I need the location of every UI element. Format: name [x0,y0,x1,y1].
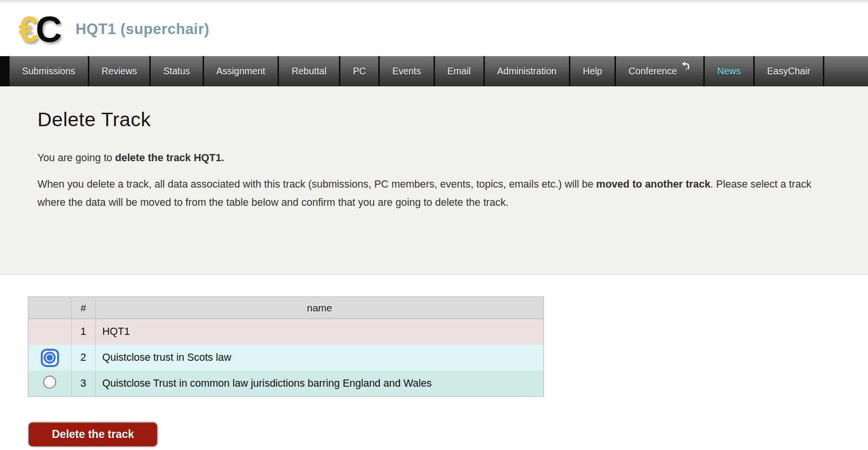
page-title: Delete Track [37,108,839,131]
navbar-filler [824,56,868,86]
radio-column-header [28,297,72,319]
track-table-section: # name 1 HQT1 2 Quistclose trust in Scot… [0,275,868,397]
nav-item-submissions[interactable]: Submissions [10,56,88,86]
explanation-paragraph: When you delete a track, all data associ… [37,176,839,212]
nav-item-reviews[interactable]: Reviews [89,56,150,86]
table-row-current-track: 1 HQT1 [28,319,544,345]
table-header-row: # name [28,297,544,319]
radio-selected[interactable] [41,349,59,367]
moved-bold-text: moved to another track [596,178,711,190]
track-name: Quistclose trust in Scots law [96,345,544,371]
easychair-logo: €C [18,11,59,47]
logo-e-glyph: € [18,9,36,49]
nav-item-help[interactable]: Help [570,56,615,86]
table-row-track-2[interactable]: 2 Quistclose trust in Scots law [28,345,544,371]
table-row-track-3[interactable]: 3 Quistclose Trust in common law jurisdi… [28,371,544,397]
return-arrow-icon [679,61,691,74]
name-column-header: name [96,297,544,319]
track-number: 3 [72,371,96,397]
nav-item-news[interactable]: News [705,56,753,86]
track-table: # name 1 HQT1 2 Quistclose trust in Scot… [28,296,544,397]
track-number: 1 [72,319,96,345]
radio-cell-empty [28,319,72,345]
intro-sentence: You are going to delete the track HQT1. [37,152,839,164]
nav-item-assignment[interactable]: Assignment [204,56,278,86]
nav-item-status[interactable]: Status [151,56,202,86]
nav-item-email[interactable]: Email [435,56,483,86]
track-number: 2 [72,345,96,371]
nav-item-events[interactable]: Events [380,56,434,86]
app-header: €C HQT1 (superchair) [0,2,868,56]
track-name: Quistclose Trust in common law jurisdict… [96,371,544,397]
nav-item-easychair[interactable]: EasyChair [755,56,823,86]
intro-bold-text: delete the track HQT1. [115,152,224,164]
logo-c-glyph: C [36,9,59,49]
number-column-header: # [72,297,96,319]
nav-item-administration[interactable]: Administration [485,56,569,86]
radio-unselected[interactable] [43,376,56,389]
main-navbar: Submissions Reviews Status Assignment Re… [0,56,868,86]
nav-item-pc[interactable]: PC [340,56,378,86]
delete-track-button[interactable]: Delete the track [28,422,158,447]
intro-panel: Delete Track You are going to delete the… [0,86,868,275]
track-name: HQT1 [96,319,544,345]
page-header-title: HQT1 (superchair) [75,21,209,38]
actions-row: Delete the track [0,397,868,447]
nav-item-rebuttal[interactable]: Rebuttal [279,56,339,86]
nav-item-conference[interactable]: Conference [616,56,703,86]
